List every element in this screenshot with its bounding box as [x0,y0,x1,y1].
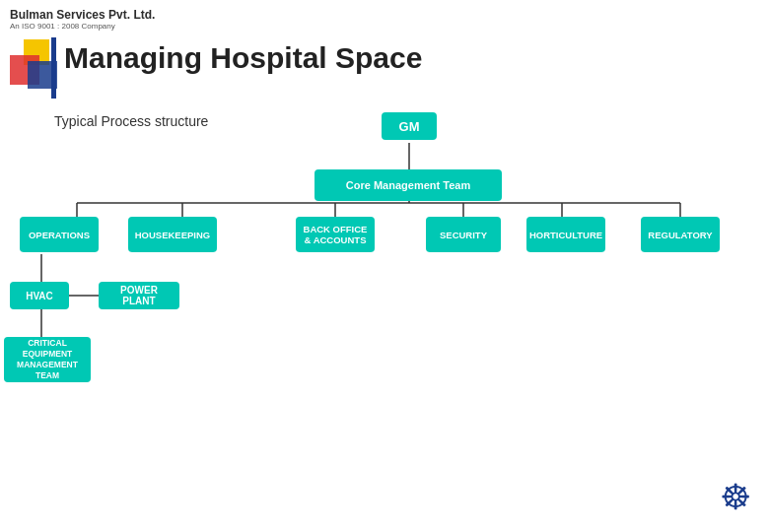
gm-node: GM [382,112,437,140]
operations-node: OPERATIONS [20,217,99,252]
wheel-icon: ☸ [720,477,751,518]
critical-equipment-node: CRITICAL EQUIPMENT MANAGEMENT TEAM [4,337,91,382]
back-office-node: BACK OFFICE & ACCOUNTS [296,217,375,252]
process-label: Typical Process structure [54,113,208,129]
power-plant-node: POWER PLANT [99,282,179,309]
vertical-bar [51,37,56,99]
connector-lines [0,99,769,532]
company-subtitle: An ISO 9001 : 2008 Company [10,22,155,31]
horticulture-node: HORTICULTURE [526,217,605,252]
logo-area: Bulman Services Pvt. Ltd. An ISO 9001 : … [10,8,155,31]
company-name: Bulman Services Pvt. Ltd. [10,8,155,22]
security-node: SECURITY [426,217,501,252]
core-node: Core Management Team [315,169,502,201]
regulatory-node: REGULATORY [641,217,720,252]
housekeeping-node: HOUSEKEEPING [128,217,217,252]
hvac-node: HVAC [10,282,69,309]
page-title: Managing Hospital Space [64,41,422,75]
